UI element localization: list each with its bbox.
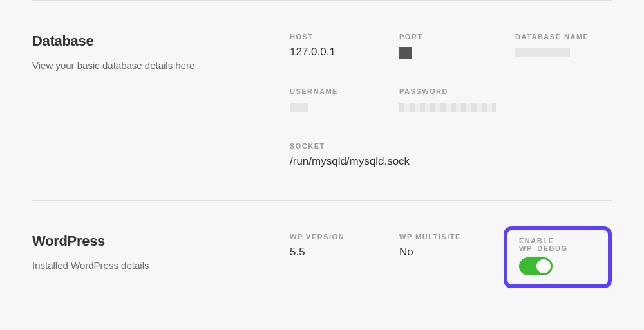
username-field: USERNAME xyxy=(290,87,399,113)
database-name-redacted xyxy=(515,48,570,57)
wp-debug-highlight-box: ENABLE WP_DEBUG xyxy=(504,226,612,288)
port-field: PORT xyxy=(399,33,515,59)
socket-label: SOCKET xyxy=(290,142,612,150)
password-value xyxy=(399,100,515,113)
wordpress-title: WordPress xyxy=(32,233,290,250)
database-name-value xyxy=(515,46,612,59)
wp-version-label: WP VERSION xyxy=(290,233,399,241)
toggle-knob-icon xyxy=(536,259,551,273)
database-title: Database xyxy=(32,33,290,50)
database-section-header: Database View your basic database detail… xyxy=(32,33,290,168)
wp-debug-label: ENABLE WP_DEBUG xyxy=(519,237,596,252)
wp-debug-highlight: ENABLE WP_DEBUG xyxy=(515,233,612,288)
port-value xyxy=(399,46,515,59)
database-fields: HOST 127.0.0.1 PORT DATABASE NAME USERNA… xyxy=(290,33,612,168)
wordpress-description: Installed WordPress details xyxy=(32,260,290,271)
username-redacted xyxy=(290,103,308,112)
wp-multisite-value: No xyxy=(399,246,515,259)
database-section: Database View your basic database detail… xyxy=(32,1,612,200)
database-name-field: DATABASE NAME xyxy=(515,33,612,59)
host-field: HOST 127.0.0.1 xyxy=(290,33,399,59)
wordpress-fields: WP VERSION 5.5 WP MULTISITE No ENABLE WP… xyxy=(290,233,612,288)
wordpress-section-header: WordPress Installed WordPress details xyxy=(32,233,290,288)
wp-version-field: WP VERSION 5.5 xyxy=(290,233,399,288)
wp-multisite-field: WP MULTISITE No xyxy=(399,233,515,288)
wp-debug-toggle[interactable] xyxy=(519,257,553,275)
password-field: PASSWORD xyxy=(399,87,515,113)
port-redacted xyxy=(399,47,412,59)
host-value: 127.0.0.1 xyxy=(290,46,399,59)
database-name-label: DATABASE NAME xyxy=(515,33,612,41)
password-spacer xyxy=(515,87,612,113)
username-label: USERNAME xyxy=(290,87,399,95)
port-label: PORT xyxy=(399,33,515,41)
password-redacted xyxy=(399,103,496,112)
password-label: PASSWORD xyxy=(399,87,515,95)
database-description: View your basic database details here xyxy=(32,60,290,71)
username-value xyxy=(290,100,399,113)
socket-value: /run/mysqld/mysqld.sock xyxy=(290,155,612,168)
wp-version-value: 5.5 xyxy=(290,246,399,259)
wordpress-section: WordPress Installed WordPress details WP… xyxy=(32,201,612,320)
wp-multisite-label: WP MULTISITE xyxy=(399,233,515,241)
socket-field: SOCKET /run/mysqld/mysqld.sock xyxy=(290,142,612,168)
host-label: HOST xyxy=(290,33,399,41)
